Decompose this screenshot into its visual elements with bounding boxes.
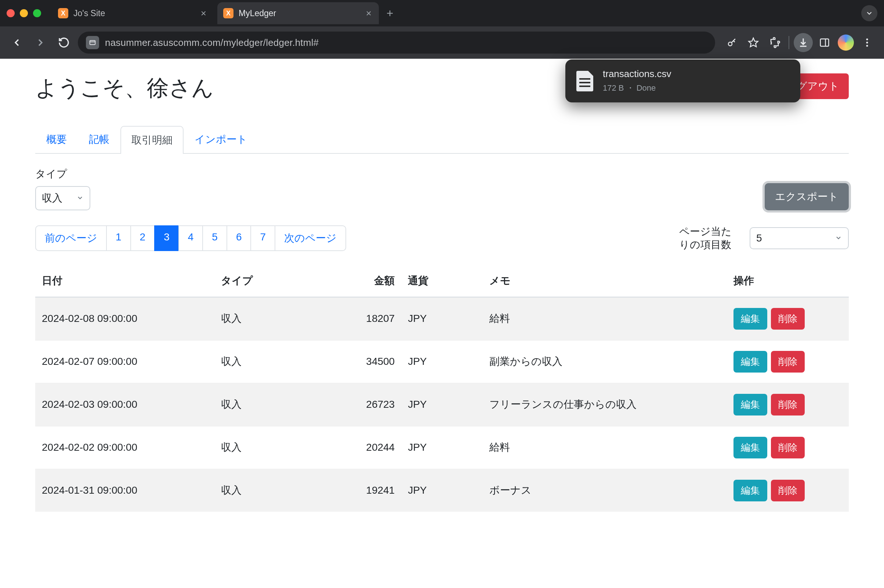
cell-currency: JPY [401, 340, 483, 383]
export-button[interactable]: エクスポート [765, 183, 849, 210]
profile-avatar[interactable] [836, 33, 855, 52]
cell-date: 2024-01-31 09:00:00 [35, 469, 215, 512]
cell-memo: 副業からの収入 [483, 340, 727, 383]
cell-actions: 編集削除 [727, 340, 849, 383]
download-file-name: transactions.csv [603, 68, 671, 80]
perpage-select[interactable]: 5 [750, 227, 849, 249]
th-type: タイプ [215, 265, 320, 297]
window-controls [7, 9, 41, 17]
cell-type: 収入 [215, 340, 320, 383]
browser-tab-myledger[interactable]: X MyLedger × [217, 2, 379, 24]
tab-overflow-button[interactable] [861, 5, 877, 21]
toolbar-divider [789, 36, 789, 49]
page-next[interactable]: 次のページ [275, 225, 346, 251]
cell-memo: フリーランスの仕事からの収入 [483, 383, 727, 426]
tab-favicon: X [58, 8, 68, 18]
window-maximize-button[interactable] [33, 9, 41, 17]
edit-button[interactable]: 編集 [734, 437, 767, 458]
extensions-icon[interactable] [765, 33, 784, 52]
tab-title: MyLedger [239, 9, 276, 18]
cell-actions: 編集削除 [727, 469, 849, 512]
browser-toolbar: nasummer.asuscomm.com/myledger/ledger.ht… [0, 26, 884, 59]
nav-reload-button[interactable] [54, 33, 74, 52]
filter-type-label: タイプ [35, 167, 90, 181]
th-date: 日付 [35, 265, 215, 297]
tab-close-icon[interactable]: × [201, 9, 206, 18]
cell-type: 収入 [215, 426, 320, 469]
new-tab-button[interactable]: + [383, 6, 397, 21]
tab-overview[interactable]: 概要 [35, 125, 78, 153]
window-close-button[interactable] [7, 9, 15, 17]
pagination: 前のページ 1234567 次のページ [35, 225, 346, 251]
tab-import[interactable]: インポート [183, 125, 258, 153]
delete-button[interactable]: 削除 [771, 437, 805, 458]
side-panel-icon[interactable] [815, 33, 834, 52]
password-key-icon[interactable] [722, 33, 741, 52]
table-row: 2024-02-02 09:00:00収入20244JPY給料編集削除 [35, 426, 849, 469]
cell-memo: ボーナス [483, 469, 727, 512]
address-bar[interactable]: nasummer.asuscomm.com/myledger/ledger.ht… [78, 32, 715, 54]
table-row: 2024-02-07 09:00:00収入34500JPY副業からの収入編集削除 [35, 340, 849, 383]
delete-button[interactable]: 削除 [771, 480, 805, 501]
table-row: 2024-02-08 09:00:00収入18207JPY給料編集削除 [35, 297, 849, 340]
svg-point-5 [866, 39, 868, 40]
svg-point-6 [866, 42, 868, 44]
edit-button[interactable]: 編集 [734, 394, 767, 416]
nav-forward-button[interactable] [31, 33, 50, 52]
page-content: ようこそ、徐さん ログアウト 概要 記帳 取引明細 インポート タイプ 収入 エ… [0, 59, 884, 588]
cell-date: 2024-02-07 09:00:00 [35, 340, 215, 383]
svg-rect-0 [90, 41, 95, 45]
table-row: 2024-02-03 09:00:00収入26723JPYフリーランスの仕事から… [35, 383, 849, 426]
edit-button[interactable]: 編集 [734, 351, 767, 372]
page-number-6[interactable]: 6 [227, 225, 251, 251]
cell-amount: 26723 [320, 383, 402, 426]
page-number-3[interactable]: 3 [154, 225, 179, 251]
th-actions: 操作 [727, 265, 849, 297]
page-number-4[interactable]: 4 [179, 225, 203, 251]
bookmark-star-icon[interactable] [744, 33, 763, 52]
tab-ledger[interactable]: 記帳 [78, 125, 120, 153]
tab-details[interactable]: 取引明細 [120, 126, 183, 154]
nav-back-button[interactable] [8, 33, 26, 52]
delete-button[interactable]: 削除 [771, 351, 805, 372]
tab-favicon: X [223, 8, 234, 18]
table-row: 2024-01-31 09:00:00収入19241JPYボーナス編集削除 [35, 469, 849, 512]
page-number-2[interactable]: 2 [130, 225, 155, 251]
cell-amount: 20244 [320, 426, 402, 469]
cell-memo: 給料 [483, 426, 727, 469]
browser-tab-jos-site[interactable]: X Jo's Site × [52, 2, 214, 24]
tab-title: Jo's Site [74, 9, 105, 18]
edit-button[interactable]: 編集 [734, 480, 767, 501]
browser-tab-strip: X Jo's Site × X MyLedger × + [0, 0, 884, 26]
cell-currency: JPY [401, 469, 483, 512]
th-currency: 通貨 [401, 265, 483, 297]
cell-amount: 34500 [320, 340, 402, 383]
downloads-icon[interactable] [794, 33, 813, 52]
cell-amount: 18207 [320, 297, 402, 340]
page-number-5[interactable]: 5 [202, 225, 227, 251]
cell-date: 2024-02-08 09:00:00 [35, 297, 215, 340]
download-file-meta: 172 B ・ Done [603, 82, 671, 94]
tab-close-icon[interactable]: × [366, 9, 372, 18]
delete-button[interactable]: 削除 [771, 394, 805, 416]
window-minimize-button[interactable] [20, 9, 28, 17]
site-info-icon[interactable] [86, 36, 99, 49]
chevron-down-icon [77, 192, 84, 204]
cell-date: 2024-02-03 09:00:00 [35, 383, 215, 426]
th-amount: 金額 [320, 265, 402, 297]
svg-rect-3 [821, 39, 829, 46]
page-number-1[interactable]: 1 [106, 225, 131, 251]
perpage-label: ページ当たりの項目数 [679, 225, 741, 252]
cell-actions: 編集削除 [727, 426, 849, 469]
nav-tabs: 概要 記帳 取引明細 インポート [35, 125, 849, 154]
chrome-menu-icon[interactable] [858, 33, 876, 52]
cell-currency: JPY [401, 297, 483, 340]
download-popup[interactable]: transactions.csv 172 B ・ Done [565, 60, 800, 102]
delete-button[interactable]: 削除 [771, 308, 805, 330]
filter-type-select[interactable]: 収入 [35, 186, 90, 210]
page-prev[interactable]: 前のページ [35, 225, 107, 251]
edit-button[interactable]: 編集 [734, 308, 767, 330]
cell-amount: 19241 [320, 469, 402, 512]
svg-marker-2 [749, 38, 758, 47]
page-number-7[interactable]: 7 [251, 225, 275, 251]
